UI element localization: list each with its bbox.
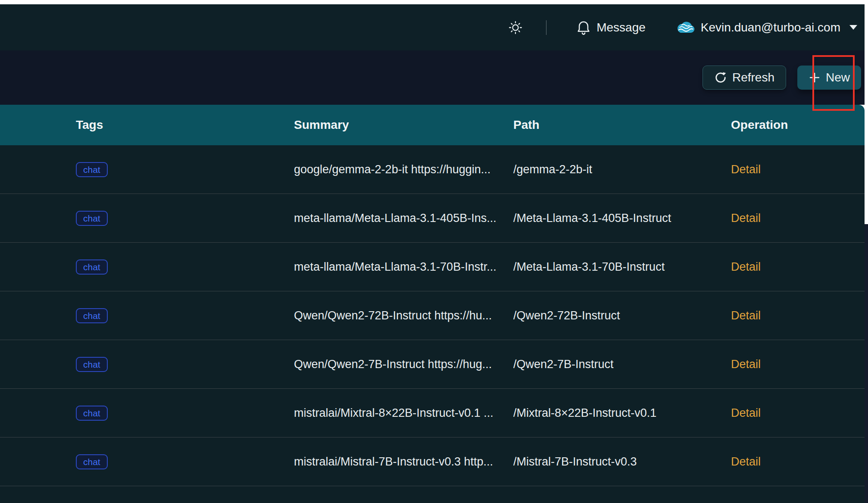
path-cell: /Qwen2-72B-Instruct [513, 309, 731, 322]
column-header-operation: Operation [731, 118, 865, 132]
operation-cell: Detail [731, 163, 865, 176]
tags-cell: chat [76, 454, 294, 469]
path-cell: /Meta-Llama-3.1-405B-Instruct [513, 212, 731, 225]
path-cell: /Qwen2-7B-Instruct [513, 358, 731, 371]
chat-tag-badge: chat [76, 406, 108, 421]
table-header-row: Tags Summary Path Operation [0, 105, 865, 145]
table-row: chat mistralai/Mixtral-8×22B-Instruct-v0… [0, 389, 865, 437]
table-row: chat google/gemma-2-2b-it https://huggin… [0, 145, 865, 194]
operation-cell: Detail [731, 358, 865, 371]
summary-cell: mistralai/Mixtral-8×22B-Instruct-v0.1 ..… [294, 406, 513, 420]
table-row: chat Qwen/Qwen2-7B-Instruct https://hug.… [0, 340, 865, 389]
bell-icon [576, 20, 591, 35]
tags-cell: chat [76, 259, 294, 275]
new-label: New [826, 71, 850, 84]
summary-cell: mistralai/Mistral-7B-Instruct-v0.3 http.… [294, 455, 513, 469]
summary-cell: Qwen/Qwen2-7B-Instruct https://hug... [294, 358, 513, 371]
column-header-summary: Summary [294, 118, 513, 132]
scrollbar[interactable] [865, 0, 868, 503]
summary-cell: meta-llama/Meta-Llama-3.1-405B-Ins... [294, 212, 513, 225]
path-cell: /gemma-2-2b-it [513, 163, 731, 176]
cloud-logo-icon [676, 21, 696, 34]
summary-cell: Qwen/Qwen2-72B-Instruct https://hu... [294, 309, 513, 322]
detail-link[interactable]: Detail [731, 406, 761, 419]
theme-toggle-button[interactable] [508, 20, 523, 35]
detail-link[interactable]: Detail [731, 309, 761, 322]
refresh-label: Refresh [732, 71, 774, 84]
toolbar: Refresh New [0, 50, 865, 105]
path-cell: /Mixtral-8×22B-Instruct-v0.1 [513, 406, 731, 420]
sun-icon [508, 20, 523, 35]
chat-tag-badge: chat [76, 259, 108, 275]
chat-tag-badge: chat [76, 308, 108, 323]
chat-tag-badge: chat [76, 211, 108, 226]
table-row: chat mistralai/Mistral-7B-Instruct-v0.3 … [0, 437, 865, 486]
tags-cell: chat [76, 357, 294, 372]
table-row: chat Qwen/Qwen2-72B-Instruct https://hu.… [0, 291, 865, 340]
scrollbar-thumb[interactable] [865, 0, 868, 224]
tags-cell: chat [76, 308, 294, 323]
table-body: chat google/gemma-2-2b-it https://huggin… [0, 145, 865, 486]
operation-cell: Detail [731, 260, 865, 274]
operation-cell: Detail [731, 406, 865, 420]
refresh-button[interactable]: Refresh [703, 66, 786, 90]
user-email: Kevin.duan@turbo-ai.com [701, 21, 840, 34]
message-label: Message [596, 21, 646, 34]
detail-link[interactable]: Detail [731, 212, 761, 225]
new-button[interactable]: New [797, 66, 861, 90]
column-header-tags: Tags [76, 118, 294, 132]
chat-tag-badge: chat [76, 454, 108, 469]
plus-icon [809, 72, 821, 84]
detail-link[interactable]: Detail [731, 358, 761, 371]
topbar: Message Kevin.duan@turbo-ai.com [0, 4, 865, 50]
column-header-path: Path [513, 118, 731, 132]
table-row: chat meta-llama/Meta-Llama-3.1-405B-Ins.… [0, 194, 865, 243]
path-cell: /Mistral-7B-Instruct-v0.3 [513, 455, 731, 469]
detail-link[interactable]: Detail [731, 455, 761, 468]
summary-cell: google/gemma-2-2b-it https://huggin... [294, 163, 513, 176]
tags-cell: chat [76, 162, 294, 177]
detail-link[interactable]: Detail [731, 163, 761, 176]
path-cell: /Meta-Llama-3.1-70B-Instruct [513, 260, 731, 274]
scrollbar-track-lower [865, 224, 868, 503]
app-page: Message Kevin.duan@turbo-ai.com [0, 4, 865, 503]
models-table: Tags Summary Path Operation chat google/… [0, 105, 865, 503]
topbar-divider [546, 20, 546, 35]
chat-tag-badge: chat [76, 357, 108, 372]
message-button[interactable]: Message [576, 20, 646, 35]
tags-cell: chat [76, 211, 294, 226]
chat-tag-badge: chat [76, 162, 108, 177]
table-row: chat meta-llama/Meta-Llama-3.1-70B-Instr… [0, 243, 865, 291]
operation-cell: Detail [731, 455, 865, 469]
summary-cell: meta-llama/Meta-Llama-3.1-70B-Instr... [294, 260, 513, 274]
refresh-icon [714, 71, 727, 84]
caret-down-icon [849, 25, 858, 31]
detail-link[interactable]: Detail [731, 260, 761, 273]
operation-cell: Detail [731, 212, 865, 225]
user-menu[interactable]: Kevin.duan@turbo-ai.com [676, 21, 858, 34]
tags-cell: chat [76, 406, 294, 421]
table-row-partial [0, 486, 865, 503]
operation-cell: Detail [731, 309, 865, 322]
